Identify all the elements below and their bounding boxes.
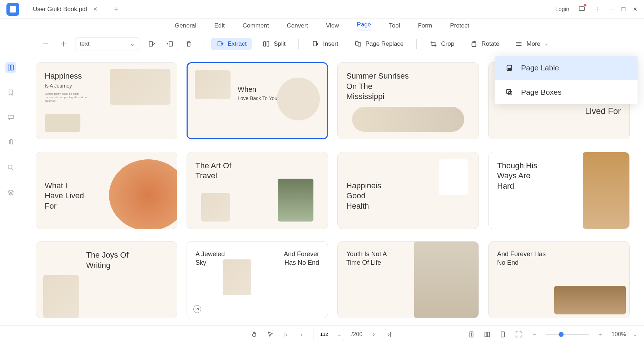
svg-rect-8 (358, 43, 361, 46)
svg-rect-14 (508, 69, 510, 70)
svg-rect-2 (169, 41, 172, 46)
more-label: More (526, 40, 540, 48)
app-logo[interactable] (6, 3, 19, 16)
hand-tool-icon[interactable] (250, 330, 259, 339)
page-number-input[interactable] (313, 329, 335, 340)
extract-button[interactable]: Extract (211, 38, 252, 50)
page-thumbnail[interactable]: Youth Is Not A Time Of Life (337, 241, 479, 318)
page-thumbnail[interactable]: The Joys Of Writing (36, 241, 177, 318)
next-page-icon[interactable]: › (370, 330, 378, 339)
svg-rect-3 (218, 41, 221, 46)
text-dropdown[interactable]: text ⌄ (75, 38, 139, 50)
svg-rect-1 (149, 41, 153, 46)
svg-rect-19 (487, 332, 490, 337)
svg-rect-5 (267, 41, 269, 46)
page-thumbnail[interactable]: Happineis Good Health (337, 152, 479, 229)
crop-button[interactable]: Crop (425, 38, 459, 50)
minimize-icon[interactable]: — (609, 6, 614, 13)
in-badge: IN (193, 305, 201, 313)
menu-tool[interactable]: Tool (389, 22, 400, 29)
svg-rect-7 (355, 41, 358, 45)
zoom-slider[interactable] (546, 334, 589, 335)
svg-rect-20 (501, 332, 504, 337)
maximize-icon[interactable]: ☐ (621, 6, 626, 13)
page-thumbnail[interactable]: Summer Sunrises On The Mississippi (337, 62, 479, 139)
chevron-down-icon: ⌄ (544, 41, 548, 46)
rotate-left-icon[interactable] (145, 38, 158, 50)
sidebar-bookmarks[interactable] (5, 87, 16, 98)
svg-point-12 (8, 165, 12, 169)
insert-button[interactable]: Insert (307, 38, 343, 50)
notification-icon[interactable] (578, 5, 586, 14)
select-tool-icon[interactable] (266, 330, 274, 339)
first-page-icon[interactable]: |‹ (282, 330, 290, 339)
svg-rect-9 (472, 43, 476, 46)
fullscreen-icon[interactable] (514, 330, 523, 339)
svg-rect-0 (579, 6, 585, 10)
menu-view[interactable]: View (326, 22, 339, 29)
close-window-icon[interactable]: ✕ (633, 6, 638, 13)
zoom-dropdown-icon[interactable]: ⌄ (633, 332, 637, 337)
prev-page-icon[interactable]: ‹ (297, 330, 306, 339)
zoom-out-button[interactable]: − (39, 38, 51, 50)
add-tab-button[interactable]: + (114, 5, 118, 14)
zoom-in-icon[interactable]: + (596, 330, 604, 339)
zoom-out-icon[interactable]: − (530, 330, 539, 339)
more-button[interactable]: More ⌄ (510, 38, 553, 50)
page-thumbnail[interactable]: WhenLove Back To You (187, 62, 328, 139)
fit-width-icon[interactable] (483, 330, 491, 339)
rotate-icon (470, 40, 478, 48)
close-tab-icon[interactable]: ✕ (93, 6, 98, 13)
page-thumbnail[interactable]: And Forever Has No End (488, 241, 630, 318)
insert-icon (312, 40, 319, 48)
extract-label: Extract (228, 40, 247, 48)
rotate-right-icon[interactable] (164, 38, 177, 50)
single-page-icon[interactable] (499, 330, 507, 339)
menu-protect[interactable]: Protect (450, 22, 469, 29)
delete-icon[interactable] (182, 38, 195, 50)
menu-edit[interactable]: Edit (214, 22, 225, 29)
page-thumbnail[interactable]: The Art Of Travel (187, 152, 328, 229)
menu-convert[interactable]: Convert (287, 22, 308, 29)
dropdown-page-label[interactable]: Page Lable (495, 56, 638, 80)
zoom-in-button[interactable]: + (57, 38, 69, 50)
page-dropdown-icon[interactable]: ⌄ (335, 331, 344, 338)
rotate-button[interactable]: Rotate (465, 38, 504, 50)
last-page-icon[interactable]: ›| (385, 330, 394, 339)
svg-rect-6 (313, 41, 317, 46)
menu-general[interactable]: General (175, 22, 196, 29)
fit-height-icon[interactable] (467, 330, 476, 339)
split-icon (262, 40, 270, 48)
sidebar-attachments[interactable] (5, 137, 16, 148)
page-replace-button[interactable]: Page Replace (349, 38, 409, 50)
more-icon (515, 40, 523, 48)
sidebar-comments[interactable] (5, 112, 16, 123)
menu-page[interactable]: Page (357, 21, 371, 30)
menu-form[interactable]: Form (418, 22, 432, 29)
login-link[interactable]: Login (555, 6, 569, 13)
split-button[interactable]: Split (257, 38, 291, 50)
dropdown-page-boxes[interactable]: Page Boxes (495, 80, 638, 104)
page-thumbnail[interactable]: A Jeweled SkyAnd Forever Has No End IN (187, 241, 328, 318)
insert-label: Insert (323, 40, 338, 48)
sidebar-layers[interactable] (5, 187, 16, 198)
page-thumbnail[interactable]: Though His Ways Are Hard (488, 152, 630, 229)
split-label: Split (274, 40, 286, 48)
page-thumbnail[interactable]: HappinessIs A JourneyLorem ipsum dolor s… (36, 62, 177, 139)
svg-rect-18 (485, 332, 487, 337)
page-thumbnail[interactable]: What I Have Lived For (36, 152, 177, 229)
crop-label: Crop (441, 40, 454, 48)
menu-comment[interactable]: Comment (243, 22, 269, 29)
document-tab[interactable]: User Guild Book.pdf ✕ (26, 0, 105, 18)
sidebar-thumbnails[interactable] (5, 62, 16, 73)
tab-title: User Guild Book.pdf (33, 6, 87, 13)
extract-icon (216, 40, 224, 48)
menu-dots-icon[interactable]: ⋮ (594, 6, 600, 13)
chevron-down-icon: ⌄ (130, 40, 135, 48)
text-dropdown-label: text (80, 40, 89, 48)
svg-rect-4 (264, 41, 266, 46)
statusbar: |‹ ‹ ⌄ /200 › ›| − + 100% ⌄ (0, 325, 644, 343)
sidebar-search[interactable] (5, 162, 16, 173)
crop-icon (430, 40, 437, 48)
sidebar (0, 55, 21, 329)
